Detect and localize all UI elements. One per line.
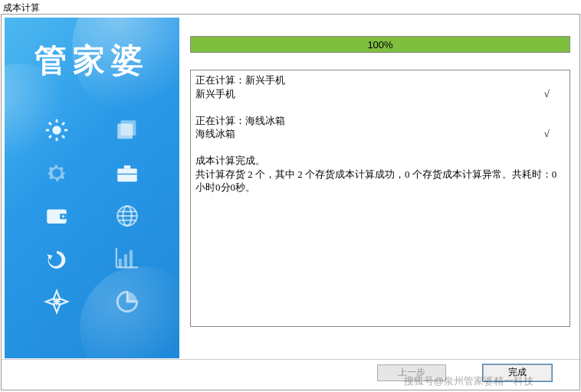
- svg-line-8: [62, 122, 64, 124]
- finish-button[interactable]: 完成: [483, 364, 552, 381]
- svg-line-5: [49, 122, 51, 124]
- log-line: 新兴手机√: [195, 87, 565, 101]
- log-line: 共计算存货 2 个，其中 2 个存货成本计算成功，0 个存货成本计算异常。共耗时…: [195, 168, 565, 194]
- layers-icon: [114, 117, 140, 145]
- window-frame: 管家婆 100% 正在计算：新兴手机新兴手机√ 正在计算：海线冰箱海线冰箱√ 成…: [1, 14, 580, 390]
- log-line: 正在计算：海线冰箱: [195, 114, 565, 128]
- barchart-icon: [114, 246, 140, 274]
- prev-button[interactable]: 上一步: [377, 364, 446, 381]
- log-line: 成本计算完成。: [195, 154, 565, 168]
- sun-icon: [44, 117, 70, 145]
- sidebar: 管家婆: [5, 18, 179, 358]
- icon-grid: [5, 109, 179, 324]
- gear-icon: [44, 160, 70, 188]
- svg-rect-24: [130, 250, 133, 267]
- svg-rect-10: [117, 123, 133, 139]
- log-line: [195, 100, 565, 114]
- progress-bar: 100%: [190, 36, 570, 53]
- log-box: 正在计算：新兴手机新兴手机√ 正在计算：海线冰箱海线冰箱√ 成本计算完成。共计算…: [190, 70, 570, 327]
- svg-line-7: [49, 136, 51, 138]
- globe-icon: [114, 203, 140, 231]
- svg-rect-22: [119, 259, 122, 267]
- progress-label: 100%: [367, 39, 392, 51]
- log-line: 海线冰箱√: [195, 127, 565, 141]
- window-title: 成本计算: [0, 0, 581, 14]
- svg-rect-23: [124, 254, 127, 267]
- main-panel: 100% 正在计算：新兴手机新兴手机√ 正在计算：海线冰箱海线冰箱√ 成本计算完…: [184, 18, 576, 358]
- briefcase-icon: [114, 160, 140, 188]
- svg-line-6: [62, 136, 64, 138]
- star-icon: [44, 289, 70, 317]
- svg-rect-11: [117, 168, 137, 181]
- wallet-icon: [44, 203, 70, 231]
- svg-rect-12: [124, 165, 131, 168]
- svg-point-16: [62, 215, 64, 217]
- log-line: [195, 141, 565, 155]
- brand-label: 管家婆: [5, 39, 179, 82]
- svg-point-0: [52, 126, 61, 134]
- check-mark: √: [544, 87, 550, 101]
- check-mark: √: [544, 127, 550, 141]
- undo-icon: [44, 246, 70, 274]
- log-line: 正在计算：新兴手机: [195, 74, 565, 87]
- piechart-icon: [114, 289, 140, 317]
- button-bar: 上一步 完成: [2, 359, 579, 385]
